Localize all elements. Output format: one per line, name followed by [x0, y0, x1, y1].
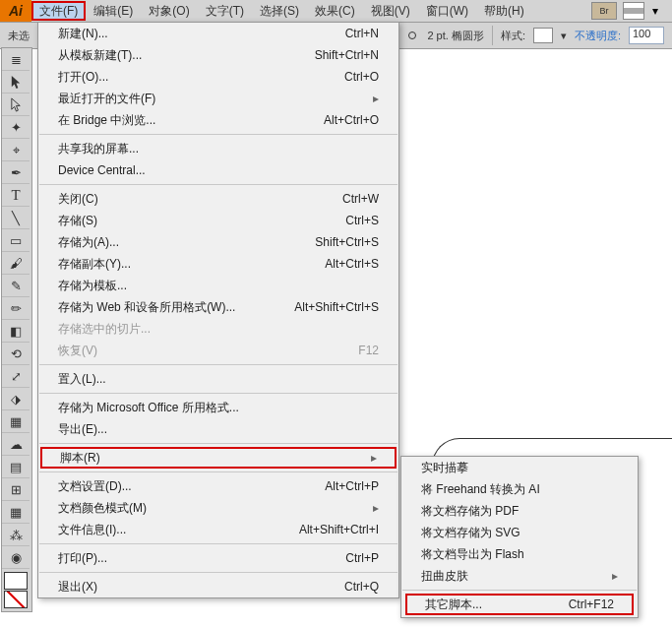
file-menu-item-11[interactable]: 存储为(A)...Shift+Ctrl+S [38, 231, 398, 253]
menu-4[interactable]: 选择(S) [252, 1, 307, 21]
stroke-swatch[interactable] [4, 591, 28, 608]
line-tool[interactable]: ╲ [2, 207, 30, 229]
brush-tool[interactable]: 🖌 [2, 252, 30, 275]
blob-brush-tool[interactable]: ✏ [2, 297, 30, 320]
script-submenu-item-0[interactable]: 实时描摹 [401, 457, 638, 478]
file-menu-item-21[interactable]: 导出(E)... [38, 418, 398, 440]
file-menu-item-31[interactable]: 退出(X)Ctrl+Q [38, 576, 398, 597]
stroke-profile[interactable]: 2 pt. 椭圆形 [427, 31, 483, 41]
eraser-tool[interactable]: ◧ [2, 320, 30, 343]
script-submenu: 实时描摹将 Freehand 转换为 AI将文档存储为 PDF将文档存储为 SV… [400, 456, 639, 618]
symbol-tool[interactable]: ☁ [2, 433, 30, 456]
script-submenu-item-7[interactable]: 其它脚本...Ctrl+F12 [405, 594, 634, 615]
script-submenu-item-3[interactable]: 将文档存储为 SVG [401, 522, 638, 543]
menu-0[interactable]: 文件(F) [31, 1, 86, 21]
file-menu-item-15[interactable]: 存储选中的切片... [38, 318, 398, 340]
file-menu-item-9[interactable]: 关闭(C)Ctrl+W [38, 188, 398, 210]
bridge-icon[interactable]: Br [591, 2, 617, 20]
menu-6[interactable]: 视图(V) [363, 1, 418, 21]
file-menu-item-20[interactable]: 存储为 Microsoft Office 所用格式... [38, 397, 398, 418]
pencil-tool[interactable]: ✎ [2, 275, 30, 297]
file-menu-item-29[interactable]: 打印(P)...Ctrl+P [38, 547, 398, 569]
scale-tool[interactable]: ⤢ [2, 365, 30, 388]
free-transform-tool[interactable]: ▦ [2, 410, 30, 433]
menu-3[interactable]: 文字(T) [198, 1, 252, 21]
lasso-tool[interactable]: ⌖ [2, 139, 30, 161]
mesh-tool[interactable]: ⊞ [2, 478, 30, 501]
file-menu-item-25[interactable]: 文档设置(D)...Alt+Ctrl+P [38, 475, 398, 497]
file-menu-item-18[interactable]: 置入(L)... [38, 368, 398, 390]
file-menu: 新建(N)...Ctrl+N从模板新建(T)...Shift+Ctrl+N打开(… [37, 22, 399, 598]
script-submenu-item-5[interactable]: 扭曲皮肤 [401, 565, 638, 587]
file-menu-item-7[interactable]: Device Central... [38, 159, 398, 181]
file-menu-item-6[interactable]: 共享我的屏幕... [38, 138, 398, 159]
style-label: 样式: [501, 31, 525, 41]
script-submenu-item-1[interactable]: 将 Freehand 转换为 AI [401, 478, 638, 500]
file-menu-item-26[interactable]: 文档颜色模式(M) [38, 497, 398, 519]
direct-select-tool[interactable] [2, 94, 30, 116]
file-menu-item-3[interactable]: 最近打开的文件(F) [38, 88, 398, 109]
menu-8[interactable]: 帮助(H) [476, 1, 532, 21]
menu-5[interactable]: 效果(C) [307, 1, 363, 21]
file-menu-item-0[interactable]: 新建(N)...Ctrl+N [38, 23, 398, 44]
script-submenu-item-4[interactable]: 将文档导出为 Flash [401, 543, 638, 565]
magic-wand-tool[interactable]: ✦ [2, 116, 30, 139]
opacity-label[interactable]: 不透明度: [575, 31, 621, 41]
gradient-tool[interactable]: ▦ [2, 501, 30, 524]
opacity-input[interactable]: 100 [629, 27, 664, 44]
arrange-icon[interactable] [623, 2, 644, 20]
chevron-down-icon[interactable]: ▾ [652, 5, 664, 17]
chevron-down-icon[interactable]: ▾ [561, 31, 567, 41]
file-menu-item-16[interactable]: 恢复(V)F12 [38, 340, 398, 361]
menu-2[interactable]: 对象(O) [141, 1, 197, 21]
file-menu-item-1[interactable]: 从模板新建(T)...Shift+Ctrl+N [38, 44, 398, 66]
rotate-tool[interactable]: ⟲ [2, 343, 30, 365]
file-menu-item-12[interactable]: 存储副本(Y)...Alt+Ctrl+S [38, 253, 398, 275]
doc-label: 未选 [8, 31, 30, 41]
menu-7[interactable]: 窗口(W) [418, 1, 476, 21]
menubar: Ai 文件(F)编辑(E)对象(O)文字(T)选择(S)效果(C)视图(V)窗口… [0, 0, 672, 23]
file-menu-item-2[interactable]: 打开(O)...Ctrl+O [38, 66, 398, 88]
expand-icon[interactable]: ≣ [2, 48, 30, 71]
script-submenu-item-2[interactable]: 将文档存储为 PDF [401, 500, 638, 522]
file-menu-item-27[interactable]: 文件信息(I)...Alt+Shift+Ctrl+I [38, 519, 398, 540]
fill-swatch[interactable] [4, 572, 28, 590]
dot-icon [408, 31, 416, 39]
tools-panel: ≣ ✦ ⌖ ✒ T ╲ ▭ 🖌 ✎ ✏ ◧ ⟲ ⤢ ⬗ ▦ ☁ ▤ ⊞ ▦ ⁂ … [1, 47, 32, 612]
graph-tool[interactable]: ▤ [2, 456, 30, 478]
file-menu-item-4[interactable]: 在 Bridge 中浏览...Alt+Ctrl+O [38, 109, 398, 131]
file-menu-item-13[interactable]: 存储为模板... [38, 275, 398, 296]
blend-tool[interactable]: ◉ [2, 546, 30, 569]
type-tool[interactable]: T [2, 184, 30, 207]
rectangle-tool[interactable]: ▭ [2, 229, 30, 252]
file-menu-item-23[interactable]: 脚本(R) [40, 447, 397, 469]
app-logo: Ai [0, 0, 31, 22]
file-menu-item-10[interactable]: 存储(S)Ctrl+S [38, 210, 398, 231]
style-swatch[interactable] [533, 28, 553, 43]
eyedropper-tool[interactable]: ⁂ [2, 524, 30, 546]
menu-1[interactable]: 编辑(E) [86, 1, 141, 21]
pen-tool[interactable]: ✒ [2, 161, 30, 184]
file-menu-item-14[interactable]: 存储为 Web 和设备所用格式(W)...Alt+Shift+Ctrl+S [38, 296, 398, 318]
warp-tool[interactable]: ⬗ [2, 388, 30, 410]
selection-tool[interactable] [2, 71, 30, 94]
